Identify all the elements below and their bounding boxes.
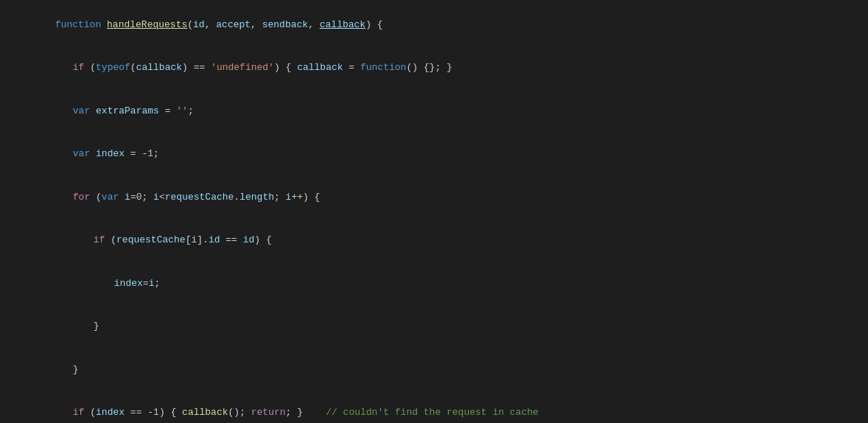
line-content-8: } bbox=[18, 305, 868, 349]
code-editor: function handleRequests(id, accept, send… bbox=[0, 0, 868, 423]
code-line-3: var extraParams = ''; bbox=[0, 89, 868, 133]
line-content-7: index=i; bbox=[18, 262, 868, 305]
line-content-10: if (index == -1) { callback(); return; }… bbox=[18, 391, 868, 424]
code-line-6: if (requestCache[i].id == id) { bbox=[0, 219, 868, 262]
code-line-5: for (var i=0; i<requestCache.length; i++… bbox=[0, 175, 868, 219]
line-content-9: } bbox=[18, 348, 868, 391]
line-content-2: if (typeof(callback) == 'undefined') { c… bbox=[18, 46, 868, 90]
code-line-2: if (typeof(callback) == 'undefined') { c… bbox=[0, 46, 868, 90]
line-content-6: if (requestCache[i].id == id) { bbox=[18, 219, 868, 262]
line-content-3: var extraParams = ''; bbox=[18, 89, 868, 133]
keyword-function: function bbox=[55, 19, 107, 30]
code-line-1: function handleRequests(id, accept, send… bbox=[0, 3, 868, 46]
code-line-4: var index = -1; bbox=[0, 133, 868, 176]
code-line-8: } bbox=[0, 305, 868, 349]
code-line-7: index=i; bbox=[0, 262, 868, 305]
code-line-9: } bbox=[0, 348, 868, 391]
fn-handleRequests: handleRequests bbox=[107, 19, 187, 30]
line-content-1: function handleRequests(id, accept, send… bbox=[18, 3, 868, 46]
line-content-4: var index = -1; bbox=[18, 133, 868, 176]
code-line-10: if (index == -1) { callback(); return; }… bbox=[0, 391, 868, 424]
line-content-5: for (var i=0; i<requestCache.length; i++… bbox=[18, 175, 868, 219]
